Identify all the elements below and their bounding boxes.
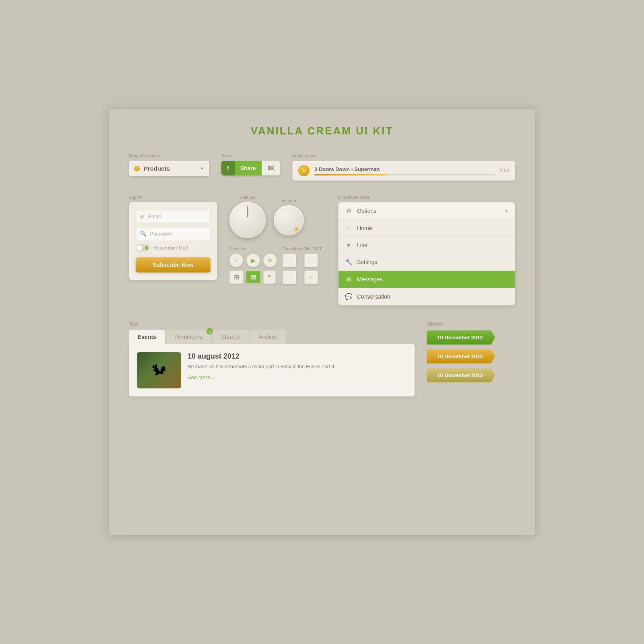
ribbons-section: Ribbons 10 December 2012 10 December 201… [427, 322, 515, 387]
event-info: 10 august 2012 He made his film debut wi… [188, 352, 407, 388]
ribbon-light-gold: 10 December 2012 [427, 368, 495, 382]
share-button[interactable]: f Share 3K [221, 161, 280, 175]
row3: Tabs Events Reminders 3 Starred Archive … [129, 322, 515, 396]
settings-icon: 🔧 [345, 258, 352, 266]
see-more-text: See More [188, 374, 210, 380]
options-arrow-icon: ▼ [504, 209, 508, 213]
tabs-header: Events Reminders 3 Starred Archive [129, 330, 415, 344]
see-more-arrow-icon: › [212, 374, 213, 380]
menu-messages-label: Messages [357, 276, 383, 283]
main-container: VANILLA CREAM UI KIT Dropdown Menu Produ… [109, 109, 535, 535]
remember-toggle[interactable] [136, 244, 150, 252]
audio-section: Audio player ⏸ 3 Doors Down - Superman 3… [292, 153, 515, 181]
selector-play-btn[interactable]: ▶ [246, 254, 260, 267]
menu-home-label: Home [357, 225, 372, 231]
tab-events[interactable]: Events [129, 330, 165, 344]
audio-track-info: 3 Doors Down - Superman [314, 166, 495, 175]
volume-knob-wrapper: Volume [274, 198, 304, 235]
volume-knob[interactable] [274, 205, 304, 235]
tabs-section: Tabs Events Reminders 3 Starred Archive … [129, 322, 415, 396]
balance-knob[interactable] [229, 202, 266, 238]
ribbons-section-label: Ribbons [427, 322, 515, 326]
dropdown-label: Dropdown Menu [129, 153, 209, 158]
options-icon: ⚙ [345, 207, 352, 215]
menu-item-options[interactable]: ⚙ Options ▼ [339, 202, 515, 220]
tiles-view-btn[interactable]: ▦ [246, 270, 261, 284]
password-icon: 🔍 [140, 231, 147, 237]
selector-check-btn[interactable]: ✓ [229, 254, 243, 267]
menu-item-home[interactable]: ⌂ Home [339, 220, 515, 237]
menu-options-label: Options [357, 208, 376, 214]
share-label: Share [221, 153, 280, 158]
checkbox-grid: ✓ [283, 254, 323, 284]
tab-starred[interactable]: Starred [213, 330, 249, 344]
like-icon: ♥ [345, 242, 352, 248]
audio-progress-bar[interactable] [314, 174, 495, 175]
grid-view-btn[interactable]: ⊞ [229, 270, 244, 284]
checkbox-3[interactable] [283, 270, 296, 284]
home-icon: ⌂ [345, 225, 352, 231]
row2: Sign in ✉ Email 🔍 Password Remember Me? [129, 195, 515, 305]
ribbon-item-2: 10 December 2012 [427, 349, 515, 363]
dropdown-box[interactable]: Products ▼ [129, 161, 209, 176]
menu-like-label: Like [357, 242, 367, 248]
checkbox-1[interactable] [283, 254, 296, 267]
see-more-link[interactable]: See More › [188, 374, 407, 380]
audio-time: 3:54 [500, 168, 509, 173]
messages-icon: ✉ [345, 276, 352, 283]
share-count: 3K [262, 161, 281, 175]
email-icon: ✉ [140, 213, 144, 219]
dropdown-section: Dropdown Menu Products ▼ [129, 153, 209, 176]
subscribe-button[interactable]: Subscribe Now [136, 257, 211, 272]
dropdown-arrow-icon: ▼ [200, 166, 204, 171]
email-placeholder: Email [148, 213, 161, 219]
menu-item-settings[interactable]: 🔧 Settings [339, 254, 515, 271]
tab-reminders[interactable]: Reminders 3 [166, 330, 211, 344]
pause-button[interactable]: ⏸ [298, 165, 310, 176]
checkbox-4[interactable]: ✓ [304, 270, 318, 284]
email-field[interactable]: ✉ Email [136, 210, 211, 223]
menu-settings-label: Settings [357, 259, 378, 265]
menu-item-conversation[interactable]: 💬 Conversation [339, 288, 515, 305]
toggle-active-dot [145, 246, 148, 250]
menu-conversation-label: Conversation [357, 293, 390, 300]
checkbox-2[interactable] [304, 254, 318, 267]
share-f-icon: f [221, 161, 235, 175]
ribbon-green: 10 December 2012 [427, 330, 495, 345]
event-description: He made his film debut with a minor part… [188, 363, 407, 370]
balance-knob-wrapper: Balance [229, 195, 266, 238]
toggle-knob [136, 245, 142, 251]
selector-group: Selector ✓ ▶ ✕ ⊞ ▦ ≡ [229, 246, 277, 284]
password-placeholder: Password [150, 231, 173, 237]
page-title: VANILLA CREAM UI KIT [129, 125, 515, 137]
dropdown-menu-box: ⚙ Options ▼ ⌂ Home ♥ Like 🔧 Settings [338, 202, 515, 305]
balance-label: Balance [229, 195, 266, 200]
share-text: Share [235, 161, 262, 175]
password-field[interactable]: 🔍 Password [136, 227, 211, 240]
menu-item-messages[interactable]: ✉ Messages [339, 271, 515, 288]
event-image: 🐿 [137, 352, 181, 388]
balance-indicator [247, 206, 248, 217]
menu-item-like[interactable]: ♥ Like [339, 237, 515, 254]
menu-section: Dropdown Menu ⚙ Options ▼ ⌂ Home ♥ Like … [338, 195, 515, 305]
knobs-row: Balance Volume [229, 195, 326, 238]
volume-label: Volume [274, 198, 304, 203]
list-view-btn[interactable]: ≡ [263, 270, 276, 284]
audio-track-title: 3 Doors Down - Superman [314, 166, 495, 172]
signin-box: ✉ Email 🔍 Password Remember Me? Subscrib… [129, 202, 217, 280]
row1: Dropdown Menu Products ▼ Share f Share 3… [129, 153, 515, 181]
remember-label: Remember Me? [153, 245, 188, 251]
tab-archive[interactable]: Archive [250, 330, 287, 344]
ribbon-item-3: 10 December 2012 [427, 368, 515, 382]
selector-row: Selector ✓ ▶ ✕ ⊞ ▦ ≡ Checkbox ON / OFF [229, 246, 326, 284]
remember-row: Remember Me? [136, 244, 211, 252]
volume-dot [295, 227, 298, 231]
audio-player: ⏸ 3 Doors Down - Superman 3:54 [292, 161, 515, 181]
checkbox-label-text: Checkbox ON / OFF [283, 246, 323, 251]
dropdown-value: Products [144, 165, 196, 172]
signin-label: Sign in [129, 195, 217, 200]
share-section: Share f Share 3K [221, 153, 280, 175]
selector-close-btn[interactable]: ✕ [263, 254, 277, 267]
tabs-content: 🐿 10 august 2012 He made his film debut … [129, 344, 415, 396]
knobs-section: Balance Volume Selector [229, 195, 326, 305]
